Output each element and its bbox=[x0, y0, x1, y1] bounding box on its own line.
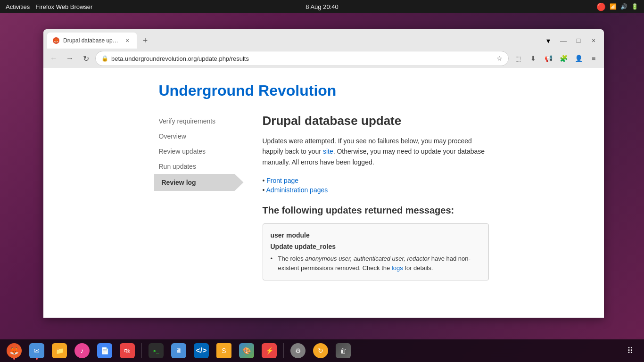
music-icon: ♪ bbox=[74, 343, 90, 358]
tab-bar: 🦊 Drupal database update | Up... × + ▾ —… bbox=[43, 29, 604, 49]
updater-icon: ↻ bbox=[313, 343, 328, 358]
user-sync-icon[interactable]: 👤 bbox=[572, 52, 585, 65]
sidebar-item-review-log[interactable]: Review log bbox=[154, 174, 244, 191]
app-grid-button[interactable]: ⠿ bbox=[619, 340, 640, 361]
sidebar-item-review-updates-label: Review updates bbox=[159, 148, 206, 155]
back-button[interactable]: ← bbox=[47, 52, 60, 65]
files-icon: 📁 bbox=[52, 343, 67, 358]
logs-link[interactable]: logs bbox=[392, 264, 403, 272]
address-bar-input[interactable] bbox=[111, 55, 494, 62]
trash-icon: 🗑 bbox=[336, 343, 351, 358]
megaphone-glyph: 📢 bbox=[545, 55, 553, 62]
download-icon[interactable]: ⬇ bbox=[527, 52, 540, 65]
main-content-area: Drupal database update Updates were atte… bbox=[263, 114, 489, 280]
update-msg-italic: anonymous user, authenticated user, reda… bbox=[305, 255, 429, 262]
taskbar-app-firefox[interactable]: 🦊 bbox=[4, 340, 25, 361]
tab-title: Drupal database update | Up... bbox=[63, 37, 120, 44]
terminal-icon: >_ bbox=[149, 343, 164, 358]
taskbar-app-terminal[interactable]: >_ bbox=[146, 340, 166, 361]
update-msg-end: for details. bbox=[403, 264, 433, 272]
taskbar: 🦊 ✉ 📁 ♪ 📄 🛍 >_ 🖥 </> S 🎨 ⚡ ⚙ ↻ 🗑 bbox=[0, 339, 644, 362]
firefox-icon: 🦊 bbox=[7, 343, 22, 358]
taskbar-app-settings[interactable]: ⚙ bbox=[288, 340, 308, 361]
update-item: The roles anonymous user, authenticated … bbox=[271, 254, 481, 272]
module-name: user module bbox=[271, 231, 481, 239]
sidebar-item-verify-label: Verify requirements bbox=[159, 117, 216, 125]
taskbar-app-docs[interactable]: 📄 bbox=[94, 340, 115, 361]
firefox-active-dot bbox=[13, 358, 15, 360]
bookmark-icon[interactable]: ☆ bbox=[496, 55, 503, 62]
menu-button[interactable]: ≡ bbox=[587, 52, 600, 65]
update-name: Update update_roles bbox=[271, 243, 481, 250]
forward-icon: → bbox=[66, 54, 74, 63]
content-layout: Verify requirements Overview Review upda… bbox=[159, 114, 489, 280]
new-tab-button[interactable]: + bbox=[139, 34, 152, 47]
sublime-icon: S bbox=[216, 343, 231, 358]
taskbar-app-updater[interactable]: ↻ bbox=[310, 340, 331, 361]
system-red-icon: 🔴 bbox=[596, 2, 606, 11]
reload-icon: ↻ bbox=[83, 54, 89, 63]
taskbar-app-mail[interactable]: ✉ bbox=[26, 340, 47, 361]
sidebar-item-review-updates[interactable]: Review updates bbox=[159, 144, 244, 159]
taskbar-app-music[interactable]: ♪ bbox=[72, 340, 92, 361]
taskbar-app-trash[interactable]: 🗑 bbox=[333, 340, 354, 361]
nav-bar: ← → ↻ 🔒 ☆ ⬚ ⬇ 📢 bbox=[43, 49, 604, 68]
taskbar-app-software[interactable]: 🛍 bbox=[117, 340, 138, 361]
docs-icon: 📄 bbox=[97, 343, 112, 358]
browser-name-label: Firefox Web Browser bbox=[35, 3, 92, 10]
sidebar-item-overview[interactable]: Overview bbox=[159, 129, 244, 144]
tab-list-icon: ▾ bbox=[546, 36, 550, 45]
wifi-icon: 📶 bbox=[610, 3, 617, 10]
forward-button[interactable]: → bbox=[63, 52, 76, 65]
tab-close-button[interactable]: × bbox=[124, 37, 131, 44]
extensions-glyph: 🧩 bbox=[560, 55, 568, 62]
sidebar-item-verify-requirements[interactable]: Verify requirements bbox=[159, 114, 244, 129]
system-bar: Activities Firefox Web Browser 8 Aüg 20:… bbox=[0, 0, 644, 13]
reload-button[interactable]: ↻ bbox=[79, 52, 92, 65]
download-glyph: ⬇ bbox=[530, 55, 536, 62]
tab-favicon: 🦊 bbox=[53, 37, 59, 44]
page-heading: Drupal database update bbox=[263, 114, 489, 128]
sidebar-item-review-log-label: Review log bbox=[162, 179, 196, 186]
site-link[interactable]: site bbox=[323, 148, 333, 155]
nav-icons-right: ⬚ ⬇ 📢 🧩 👤 ≡ bbox=[512, 52, 600, 65]
tab-list-button[interactable]: ▾ bbox=[542, 34, 555, 47]
taskbar-app-vscode[interactable]: </> bbox=[191, 340, 212, 361]
update-box: user module Update update_roles The role… bbox=[263, 223, 489, 280]
taskbar-app-git[interactable]: ⚡ bbox=[259, 340, 280, 361]
software-icon: 🛍 bbox=[120, 343, 135, 358]
mail-active-dot bbox=[36, 358, 38, 360]
git-icon: ⚡ bbox=[262, 343, 277, 358]
taskbar-app-krita[interactable]: 🎨 bbox=[236, 340, 257, 361]
megaphone-icon[interactable]: 📢 bbox=[542, 52, 555, 65]
settings-icon: ⚙ bbox=[290, 343, 305, 358]
list-item: Administration pages bbox=[263, 186, 489, 194]
activities-button[interactable]: Activities bbox=[6, 3, 30, 10]
sidebar-nav: Verify requirements Overview Review upda… bbox=[159, 114, 244, 280]
admin-pages-link[interactable]: Administration pages bbox=[266, 186, 328, 194]
taskbar-app-files[interactable]: 📁 bbox=[49, 340, 70, 361]
sidebar-item-run-updates[interactable]: Run updates bbox=[159, 159, 244, 174]
minimize-button[interactable]: — bbox=[557, 34, 570, 47]
links-list: Front page Administration pages bbox=[263, 177, 489, 194]
taskbar-separator bbox=[141, 343, 142, 358]
menu-icon: ≡ bbox=[592, 55, 595, 62]
front-page-link[interactable]: Front page bbox=[266, 177, 298, 184]
extensions-icon[interactable]: 🧩 bbox=[557, 52, 570, 65]
page-description: Updates were attempted. If you see no fa… bbox=[263, 136, 489, 167]
update-msg-pre: The roles bbox=[278, 255, 305, 262]
sidebar-item-run-updates-label: Run updates bbox=[159, 163, 196, 170]
system-datetime: 8 Aüg 20:40 bbox=[305, 3, 338, 10]
mail-icon: ✉ bbox=[29, 343, 44, 358]
browser-tab-active[interactable]: 🦊 Drupal database update | Up... × bbox=[47, 33, 137, 49]
battery-icon: 🔋 bbox=[631, 3, 638, 10]
taskbar-app-sublime[interactable]: S bbox=[214, 340, 234, 361]
pocket-glyph: ⬚ bbox=[515, 55, 521, 62]
list-item: Front page bbox=[263, 177, 489, 184]
address-bar-container: 🔒 ☆ bbox=[95, 51, 509, 66]
taskbar-separator-2 bbox=[283, 343, 284, 358]
taskbar-app-vm[interactable]: 🖥 bbox=[168, 340, 189, 361]
close-button[interactable]: × bbox=[587, 34, 600, 47]
maximize-button[interactable]: □ bbox=[572, 34, 585, 47]
pocket-icon[interactable]: ⬚ bbox=[512, 52, 525, 65]
